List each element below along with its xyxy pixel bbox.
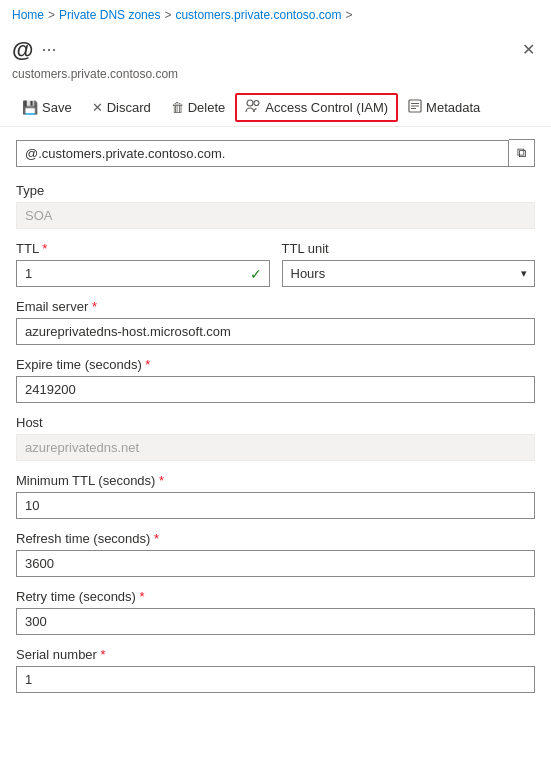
- type-value: SOA: [16, 202, 535, 229]
- discard-icon: ✕: [92, 100, 103, 115]
- delete-icon: 🗑: [171, 100, 184, 115]
- save-label: Save: [42, 100, 72, 115]
- breadcrumb: Home > Private DNS zones > customers.pri…: [0, 0, 551, 30]
- ttl-input-wrapper: ✓: [16, 260, 270, 287]
- more-options-icon[interactable]: ···: [41, 39, 56, 60]
- copy-icon: ⧉: [517, 145, 526, 160]
- serial-input[interactable]: [16, 666, 535, 693]
- iam-button[interactable]: Access Control (IAM): [235, 93, 398, 122]
- metadata-button[interactable]: Metadata: [398, 93, 490, 122]
- delete-button[interactable]: 🗑 Delete: [161, 94, 236, 121]
- delete-label: Delete: [188, 100, 226, 115]
- serial-required: *: [101, 647, 106, 662]
- iam-icon: [245, 99, 261, 116]
- breadcrumb-sep3: >: [346, 8, 353, 22]
- refresh-required: *: [154, 531, 159, 546]
- retry-input[interactable]: [16, 608, 535, 635]
- discard-label: Discard: [107, 100, 151, 115]
- ttl-unit-label: TTL unit: [282, 241, 536, 256]
- breadcrumb-sep2: >: [164, 8, 171, 22]
- expire-label: Expire time (seconds) *: [16, 357, 535, 372]
- type-label: Type: [16, 183, 535, 198]
- dns-record-row: ⧉: [16, 139, 535, 167]
- ttl-unit-col: TTL unit Seconds Minutes Hours Days ▾: [282, 241, 536, 287]
- discard-button[interactable]: ✕ Discard: [82, 94, 161, 121]
- ttl-label: TTL *: [16, 241, 270, 256]
- metadata-label: Metadata: [426, 100, 480, 115]
- ttl-unit-select[interactable]: Seconds Minutes Hours Days: [282, 260, 536, 287]
- ttl-col: TTL * ✓: [16, 241, 270, 287]
- breadcrumb-zone[interactable]: customers.private.contoso.com: [175, 8, 341, 22]
- refresh-input[interactable]: [16, 550, 535, 577]
- breadcrumb-home[interactable]: Home: [12, 8, 44, 22]
- breadcrumb-private-dns[interactable]: Private DNS zones: [59, 8, 160, 22]
- host-placeholder: azureprivatedns.net: [16, 434, 535, 461]
- at-icon: @: [12, 37, 33, 63]
- ttl-unit-select-wrapper: Seconds Minutes Hours Days ▾: [282, 260, 536, 287]
- main-content: ⧉ Type SOA TTL * ✓ TTL unit Seconds Minu…: [0, 127, 551, 717]
- dns-record-input[interactable]: [16, 140, 509, 167]
- copy-dns-button[interactable]: ⧉: [509, 139, 535, 167]
- min-ttl-label: Minimum TTL (seconds) *: [16, 473, 535, 488]
- retry-label: Retry time (seconds) *: [16, 589, 535, 604]
- svg-point-1: [254, 101, 259, 106]
- email-input[interactable]: [16, 318, 535, 345]
- min-ttl-required: *: [159, 473, 164, 488]
- panel-header: @ ··· ✕: [0, 30, 551, 67]
- email-label: Email server *: [16, 299, 535, 314]
- close-button[interactable]: ✕: [518, 36, 539, 63]
- save-icon: 💾: [22, 100, 38, 115]
- metadata-icon: [408, 99, 422, 116]
- save-button[interactable]: 💾 Save: [12, 94, 82, 121]
- ttl-row: TTL * ✓ TTL unit Seconds Minutes Hours D…: [16, 241, 535, 287]
- iam-label: Access Control (IAM): [265, 100, 388, 115]
- retry-required: *: [140, 589, 145, 604]
- svg-point-0: [247, 100, 253, 106]
- ttl-check-icon: ✓: [250, 266, 262, 282]
- expire-input[interactable]: [16, 376, 535, 403]
- ttl-required: *: [42, 241, 47, 256]
- min-ttl-input[interactable]: [16, 492, 535, 519]
- expire-required: *: [145, 357, 150, 372]
- resource-name-label: customers.private.contoso.com: [0, 67, 551, 89]
- breadcrumb-sep1: >: [48, 8, 55, 22]
- toolbar: 💾 Save ✕ Discard 🗑 Delete Access Control…: [0, 89, 551, 127]
- email-required: *: [92, 299, 97, 314]
- serial-label: Serial number *: [16, 647, 535, 662]
- refresh-label: Refresh time (seconds) *: [16, 531, 535, 546]
- host-label: Host: [16, 415, 535, 430]
- ttl-input[interactable]: [16, 260, 270, 287]
